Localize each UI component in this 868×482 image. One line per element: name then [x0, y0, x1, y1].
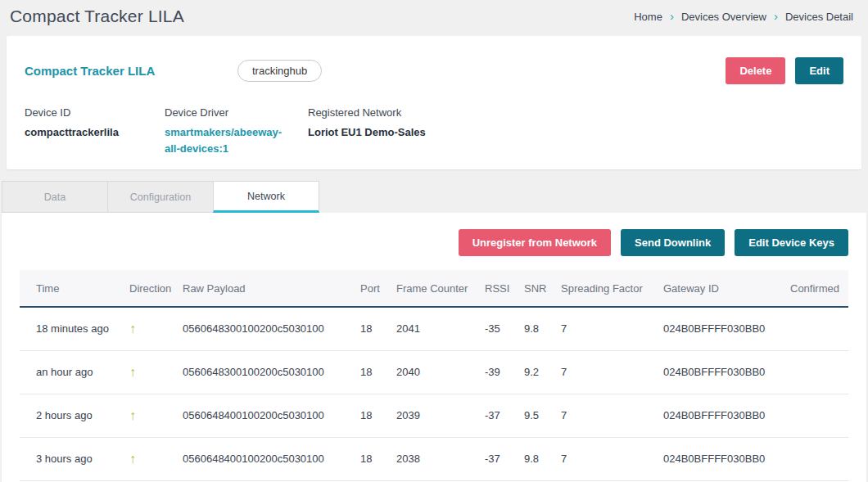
device-summary-card: Compact Tracker LILA trackinghub Delete …	[7, 36, 861, 169]
cell-spreading-factor: 7	[545, 394, 647, 437]
cell-gateway-id: 024B0BFFFF030BB0	[647, 350, 774, 394]
device-name: Compact Tracker LILA	[25, 64, 237, 78]
page-title: Compact Tracker LILA	[10, 7, 184, 26]
device-tag-badge: trackinghub	[237, 60, 322, 82]
cell-snr: 9.2	[508, 350, 545, 394]
cell-frame-counter: 2039	[380, 394, 468, 437]
cell-frame-counter: 2040	[380, 350, 468, 394]
cell-gateway-id: 024B0BFFFF030BB0	[647, 307, 774, 350]
cell-rssi: -37	[468, 437, 508, 480]
cell-time: 2 hours ago	[20, 394, 113, 437]
cell-frame-counter: 2038	[380, 437, 468, 480]
uplink-arrow-icon: ↑	[129, 365, 136, 379]
cell-port: 18	[344, 307, 380, 350]
cell-port: 18	[344, 437, 380, 480]
col-header-frame-counter: Frame Counter	[380, 270, 468, 307]
unregister-from-network-button[interactable]: Unregister from Network	[459, 229, 611, 256]
cell-port: 18	[344, 394, 380, 437]
tab-configuration[interactable]: Configuration	[107, 181, 214, 213]
cell-gateway-id: 024B0BFFFF030BB0	[647, 394, 774, 437]
cell-raw-payload: 0560648300100200c5030100	[166, 350, 344, 394]
col-header-spreading-factor: Spreading Factor	[545, 270, 647, 307]
edit-device-keys-button[interactable]: Edit Device Keys	[735, 229, 848, 256]
cell-confirmed	[774, 437, 848, 480]
network-panel: Unregister from Network Send Downlink Ed…	[2, 213, 866, 482]
cell-time: 3 hours ago	[20, 437, 113, 480]
cell-port: 18	[344, 350, 380, 394]
network-messages-table: Time Direction Raw Payload Port Frame Co…	[20, 270, 848, 481]
cell-direction: ↑	[113, 394, 166, 437]
device-driver-field: Device Driver smartmakers/abeeway-all-de…	[165, 106, 308, 157]
breadcrumb: Home › Devices Overview › Devices Detail	[634, 10, 853, 24]
uplink-arrow-icon: ↑	[129, 452, 136, 466]
chevron-right-icon: ›	[670, 10, 674, 24]
device-id-value: compacttrackerlila	[25, 124, 165, 141]
cell-raw-payload: 0560648400100200c5030100	[166, 437, 344, 480]
table-row: 3 hours ago ↑ 0560648400100200c5030100 1…	[20, 437, 848, 480]
breadcrumb-home[interactable]: Home	[634, 11, 662, 23]
cell-spreading-factor: 7	[545, 307, 647, 350]
col-header-direction: Direction	[113, 270, 166, 307]
cell-frame-counter: 2041	[380, 307, 468, 350]
cell-direction: ↑	[113, 437, 166, 480]
cell-rssi: -39	[468, 350, 508, 394]
tab-bar: Data Configuration Network	[2, 181, 866, 213]
col-header-gateway-id: Gateway ID	[647, 270, 774, 307]
table-row: 2 hours ago ↑ 0560648400100200c5030100 1…	[20, 394, 848, 437]
uplink-arrow-icon: ↑	[129, 322, 136, 336]
network-actions: Unregister from Network Send Downlink Ed…	[2, 213, 866, 256]
delete-button[interactable]: Delete	[726, 57, 785, 84]
device-id-label: Device ID	[25, 106, 165, 119]
cell-snr: 9.8	[508, 307, 545, 350]
table-row: an hour ago ↑ 0560648300100200c5030100 1…	[20, 350, 848, 394]
cell-rssi: -35	[468, 307, 508, 350]
breadcrumb-devices-overview[interactable]: Devices Overview	[681, 11, 766, 23]
registered-network-value: Loriot EU1 Demo-Sales	[308, 124, 426, 141]
cell-gateway-id: 024B0BFFFF030BB0	[647, 437, 774, 480]
send-downlink-button[interactable]: Send Downlink	[621, 229, 725, 256]
cell-rssi: -37	[468, 394, 508, 437]
cell-spreading-factor: 7	[545, 350, 647, 394]
cell-raw-payload: 0560648300100200c5030100	[166, 307, 344, 350]
breadcrumb-devices-detail: Devices Detail	[785, 11, 853, 23]
table-header: Time Direction Raw Payload Port Frame Co…	[20, 270, 848, 307]
cell-snr: 9.5	[508, 394, 545, 437]
chevron-right-icon: ›	[774, 10, 778, 24]
cell-spreading-factor: 7	[545, 437, 647, 480]
registered-network-field: Registered Network Loriot EU1 Demo-Sales	[308, 106, 426, 157]
device-driver-link[interactable]: smartmakers/abeeway-all-devices:1	[165, 124, 296, 157]
edit-button[interactable]: Edit	[795, 57, 843, 84]
device-driver-label: Device Driver	[165, 106, 296, 119]
device-fields: Device ID compacttrackerlila Device Driv…	[25, 106, 843, 157]
table-row: 18 minutes ago ↑ 0560648300100200c503010…	[20, 307, 848, 350]
cell-confirmed	[774, 350, 848, 394]
col-header-rssi: RSSI	[468, 270, 508, 307]
page-header: Compact Tracker LILA Home › Devices Over…	[0, 0, 868, 33]
tab-network[interactable]: Network	[213, 181, 319, 213]
cell-direction: ↑	[113, 350, 166, 394]
cell-time: 18 minutes ago	[20, 307, 113, 350]
col-header-time: Time	[20, 270, 113, 307]
col-header-port: Port	[344, 270, 380, 307]
cell-snr: 9.8	[508, 437, 545, 480]
col-header-raw-payload: Raw Payload	[166, 270, 344, 307]
device-id-field: Device ID compacttrackerlila	[25, 106, 165, 157]
uplink-arrow-icon: ↑	[129, 408, 136, 422]
col-header-confirmed: Confirmed	[774, 270, 848, 307]
registered-network-label: Registered Network	[308, 106, 426, 119]
cell-time: an hour ago	[20, 350, 113, 394]
cell-confirmed	[774, 394, 848, 437]
tab-data[interactable]: Data	[2, 181, 108, 213]
cell-confirmed	[774, 307, 848, 350]
cell-direction: ↑	[113, 307, 166, 350]
device-card-header: Compact Tracker LILA trackinghub Delete …	[25, 57, 843, 84]
col-header-snr: SNR	[508, 270, 545, 307]
cell-raw-payload: 0560648400100200c5030100	[166, 394, 344, 437]
